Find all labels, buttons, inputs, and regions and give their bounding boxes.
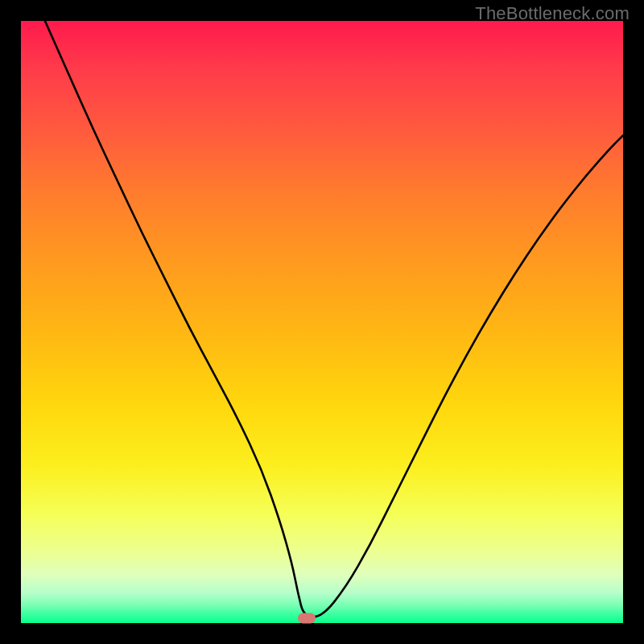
optimal-point-marker [298,613,316,624]
bottleneck-curve [21,21,623,623]
plot-area [21,21,623,623]
chart-frame: TheBottleneck.com [0,0,644,644]
